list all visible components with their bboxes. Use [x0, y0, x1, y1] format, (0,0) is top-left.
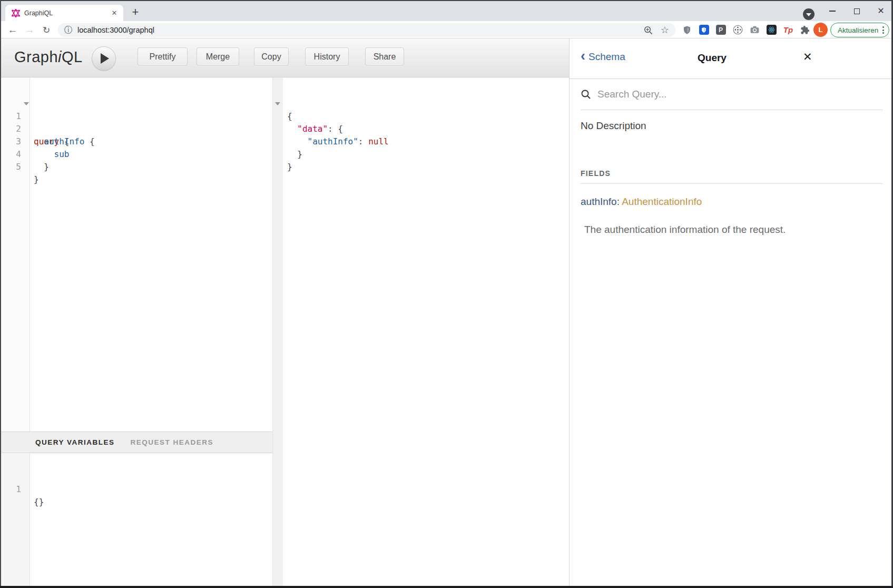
prettify-button[interactable]: Prettify [138, 47, 188, 66]
window-frame-top [0, 0, 893, 1]
execute-query-button[interactable] [92, 46, 116, 71]
result-line: } [283, 148, 569, 161]
code-line[interactable]: 1 query { [1, 97, 272, 110]
chevron-left-icon: ‹ [581, 51, 585, 61]
camera-extension-icon[interactable] [748, 23, 761, 37]
doc-close-icon[interactable]: ✕ [803, 51, 812, 63]
docs-search-input[interactable] [597, 89, 808, 100]
adblock-shield-extension-icon[interactable] [680, 23, 694, 37]
bookmark-star-icon[interactable]: ☆ [661, 24, 669, 36]
move-crosshair-extension-icon[interactable] [731, 23, 744, 37]
fold-arrow-icon[interactable] [275, 102, 280, 105]
fields-divider [581, 183, 883, 184]
history-button[interactable]: History [305, 47, 349, 66]
back-button[interactable]: ← [5, 23, 20, 37]
result-line: "data": { [283, 110, 569, 123]
fold-arrow-icon[interactable] [24, 102, 29, 105]
graphiql-toolbar: GraphiQL Prettify Merge Copy History Sha… [1, 38, 569, 77]
zoom-indicator-icon[interactable] [643, 25, 653, 35]
tab-close-icon[interactable]: ✕ [110, 8, 119, 18]
address-bar: ← → ↻ ⓘ localhost:3000/graphql ☆ [0, 21, 893, 38]
react-devtools-extension-icon[interactable] [764, 23, 778, 37]
menu-kebab-icon[interactable] [882, 26, 884, 34]
copy-button[interactable]: Copy [254, 47, 289, 66]
window-frame-bottom [0, 586, 893, 588]
code-line[interactable]: 3 sub [1, 123, 272, 135]
field-description: The authentication information of the re… [581, 224, 883, 236]
code-line[interactable]: 5 } [1, 148, 272, 161]
browser-window: GraphiQL ✕ + ✕ ← → ↻ ⓘ localhost:3000/gr… [0, 0, 893, 588]
profile-avatar[interactable]: L [813, 23, 828, 37]
doc-explorer-panel: ‹ Schema Query ✕ No Description FIELDS a… [569, 38, 891, 586]
tab-request-headers[interactable]: REQUEST HEADERS [131, 438, 214, 446]
forward-button: → [22, 23, 37, 37]
code-line[interactable]: 2 authInfo { [1, 110, 272, 123]
window-frame-left [0, 0, 1, 588]
maximize-icon [854, 8, 860, 14]
line-number: 5 [1, 161, 21, 173]
new-tab-button[interactable]: + [127, 5, 143, 21]
code-line[interactable]: 4 } [1, 135, 272, 148]
browser-tab-graphiql[interactable]: GraphiQL ✕ [5, 5, 123, 21]
tp-extension-icon[interactable]: Tp [781, 23, 795, 37]
update-button-label: Aktualisieren [838, 26, 882, 34]
chevron-down-icon [806, 13, 811, 16]
doc-title: Query [698, 52, 727, 64]
doc-back-label: Schema [588, 51, 625, 63]
variables-editor[interactable]: 1 {} [1, 454, 272, 586]
doc-explorer-contents: No Description FIELDS authInfo: Authenti… [581, 110, 883, 236]
field-name-link[interactable]: authInfo [581, 196, 617, 207]
play-icon [101, 53, 109, 64]
code-line[interactable]: 1 {} [1, 471, 272, 483]
close-window-button[interactable]: ✕ [875, 5, 887, 17]
query-editor[interactable]: 1 query { 2 authInfo { 3 sub 4 } 5 } [1, 77, 272, 432]
doc-explorer-header: ‹ Schema Query ✕ [570, 38, 891, 79]
share-button[interactable]: Share [365, 47, 404, 66]
bitwarden-extension-icon[interactable] [697, 23, 711, 37]
maximize-button[interactable] [851, 5, 862, 17]
site-info-icon[interactable]: ⓘ [64, 25, 73, 36]
p-extension-icon[interactable]: P [714, 23, 728, 37]
fields-heading: FIELDS [581, 169, 883, 178]
type-name-link[interactable]: AuthenticationInfo [622, 196, 702, 207]
tab-query-variables[interactable]: QUERY VARIABLES [35, 438, 115, 446]
variables-title-bar: QUERY VARIABLES REQUEST HEADERS [1, 432, 272, 453]
omnibox[interactable]: ⓘ localhost:3000/graphql ☆ [58, 23, 675, 37]
media-controls-icon[interactable] [803, 8, 815, 20]
reload-button[interactable]: ↻ [39, 23, 54, 37]
extensions-puzzle-icon[interactable] [798, 23, 812, 37]
search-icon [581, 89, 591, 100]
tab-strip: GraphiQL ✕ + ✕ [0, 1, 893, 21]
extensions-row: P Tp [679, 21, 813, 38]
graphiql-logo: GraphiQL [14, 48, 83, 66]
result-line: } [283, 135, 569, 148]
result-fold-gutter [272, 77, 283, 586]
line-number: 1 [1, 483, 21, 496]
minimize-icon [829, 11, 836, 12]
browser-update-button[interactable]: Aktualisieren [830, 23, 889, 37]
doc-search-row[interactable] [581, 79, 883, 110]
result-viewer: { "data": { "authInfo": null } } [283, 77, 569, 586]
tab-title: GraphiQL [24, 9, 110, 17]
type-description: No Description [581, 120, 883, 132]
merge-button[interactable]: Merge [197, 47, 239, 66]
field-row: authInfo: AuthenticationInfo [581, 196, 883, 208]
doc-back-link[interactable]: ‹ Schema [581, 51, 625, 63]
url-text[interactable]: localhost:3000/graphql [77, 26, 643, 34]
minimize-button[interactable] [827, 5, 838, 17]
result-line: { [283, 97, 569, 110]
result-line: "authInfo": null [283, 123, 569, 135]
graphql-favicon-icon [12, 9, 20, 17]
window-controls: ✕ [827, 2, 887, 20]
